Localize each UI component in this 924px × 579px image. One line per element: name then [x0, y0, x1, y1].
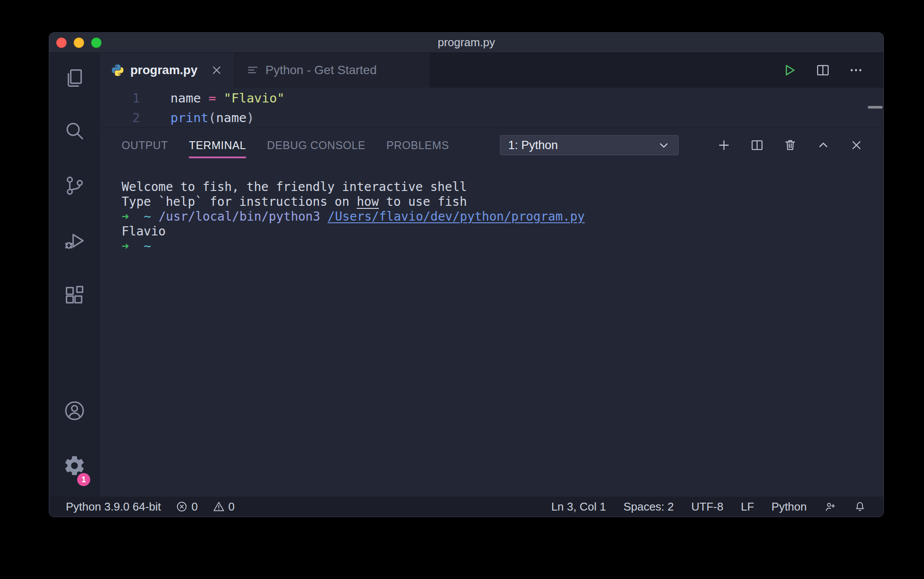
panel-tab-terminal[interactable]: TERMINAL	[189, 128, 246, 162]
kill-terminal-trash-icon[interactable]	[783, 138, 797, 152]
close-window-button[interactable]	[56, 37, 67, 48]
preview-list-icon	[246, 64, 259, 77]
warning-count: 0	[228, 500, 234, 514]
source-control-icon[interactable]	[49, 158, 100, 213]
indentation-status[interactable]: Spaces: 2	[623, 500, 674, 514]
terminal-selector-dropdown[interactable]: 1: Python	[500, 135, 679, 155]
close-panel-icon[interactable]	[849, 138, 863, 152]
explorer-icon[interactable]	[49, 53, 100, 103]
settings-badge: 1	[77, 473, 90, 486]
new-terminal-icon[interactable]	[717, 138, 731, 152]
terminal-selector-value: 1: Python	[508, 139, 558, 152]
python-logo-icon	[111, 64, 124, 77]
split-terminal-icon[interactable]	[750, 138, 764, 152]
terminal-output[interactable]: Welcome to fish, the friendly interactiv…	[100, 162, 883, 497]
run-file-icon[interactable]	[782, 63, 797, 78]
bottom-panel: OUTPUT TERMINAL DEBUG CONSOLE PROBLEMS 1…	[100, 128, 883, 497]
status-left: Python 3.9.0 64-bit 0 0	[66, 500, 234, 514]
terminal-line: Welcome to fish, the friendly interactiv…	[122, 180, 883, 194]
panel-tab-output[interactable]: OUTPUT	[122, 128, 168, 162]
chevron-down-icon	[657, 139, 670, 152]
tab-label: program.py	[130, 63, 197, 77]
file-path-link[interactable]: /Users/flavio/dev/python/program.py	[328, 209, 585, 224]
feedback-icon[interactable]	[824, 501, 836, 513]
terminal-prompt-line: ➜~	[122, 239, 883, 254]
search-icon[interactable]	[49, 103, 100, 158]
panel-tab-debug-console[interactable]: DEBUG CONSOLE	[267, 128, 366, 162]
tab-bar: program.py Python -	[100, 53, 883, 88]
error-icon	[176, 501, 188, 513]
extensions-icon[interactable]	[49, 268, 100, 323]
line-number: 1	[100, 89, 140, 108]
titlebar: program.py	[49, 33, 883, 53]
warning-icon	[213, 501, 225, 513]
prompt-cwd: ~	[144, 209, 151, 224]
notifications-bell-icon[interactable]	[854, 501, 866, 513]
settings-gear-icon[interactable]: 1	[49, 438, 100, 493]
zoom-window-button[interactable]	[91, 37, 102, 48]
prompt-arrow: ➜	[122, 239, 129, 253]
maximize-panel-chevron-up-icon[interactable]	[816, 138, 830, 152]
run-debug-icon[interactable]	[49, 213, 100, 268]
prompt-arrow: ➜	[122, 209, 129, 224]
desktop-background: program.py	[0, 0, 924, 579]
status-right: Ln 3, Col 1 Spaces: 2 UTF-8 LF Python	[551, 500, 866, 514]
vscode-window: program.py	[49, 32, 884, 517]
minimize-window-button[interactable]	[74, 37, 84, 48]
cursor-position-status[interactable]: Ln 3, Col 1	[551, 500, 606, 514]
window-body: 1 program.py	[49, 53, 883, 497]
tab-label: Python - Get Started	[265, 63, 377, 77]
python-interpreter-status[interactable]: Python 3.9.0 64-bit	[66, 500, 161, 514]
split-editor-icon[interactable]	[815, 63, 830, 78]
terminal-line: Type `help` for instructions on how to u…	[122, 194, 883, 209]
warnings-status[interactable]: 0	[213, 500, 234, 514]
terminal-result-line: Flavio	[122, 224, 883, 239]
editor-scrollbar-thumb[interactable]	[868, 106, 883, 109]
terminal-command-line: ➜~/usr/local/bin/python3/Users/flavio/de…	[122, 209, 883, 224]
traffic-lights	[56, 33, 102, 52]
code-line: 2 print(name)	[100, 108, 883, 128]
activity-bar: 1	[49, 53, 100, 497]
eol-status[interactable]: LF	[741, 500, 754, 514]
panel-tab-problems[interactable]: PROBLEMS	[387, 128, 449, 162]
code-text: print(name)	[170, 108, 254, 128]
panel-header: OUTPUT TERMINAL DEBUG CONSOLE PROBLEMS 1…	[100, 128, 883, 162]
command-text: /usr/local/bin/python3	[159, 209, 320, 224]
close-tab-icon[interactable]	[210, 64, 223, 77]
panel-actions	[717, 138, 863, 152]
window-title: program.py	[438, 36, 495, 49]
code-line: 1 name = "Flavio"	[100, 89, 883, 108]
code-editor[interactable]: 1 name = "Flavio" 2 print(name)	[100, 88, 883, 128]
line-number: 2	[100, 108, 140, 128]
code-text: name = "Flavio"	[170, 89, 285, 108]
prompt-cwd: ~	[144, 239, 151, 253]
editor-group: program.py Python -	[100, 53, 883, 497]
language-mode-status[interactable]: Python	[771, 500, 807, 514]
problems-status[interactable]: 0	[176, 500, 197, 514]
editor-actions	[782, 53, 883, 88]
tab-python-get-started[interactable]: Python - Get Started	[235, 53, 430, 88]
status-bar: Python 3.9.0 64-bit 0 0	[49, 497, 883, 517]
tab-program-py[interactable]: program.py	[100, 53, 235, 88]
more-actions-icon[interactable]	[849, 63, 863, 78]
error-count: 0	[191, 500, 197, 514]
encoding-status[interactable]: UTF-8	[691, 500, 724, 514]
account-icon[interactable]	[49, 383, 100, 438]
